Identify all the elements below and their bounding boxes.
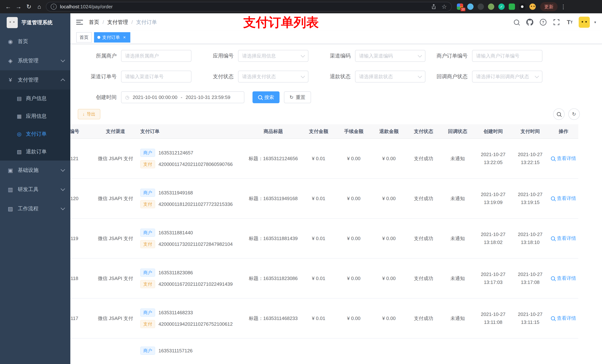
back-icon[interactable]: ← — [3, 1, 13, 12]
sidebar-item-payment[interactable]: ¥ 支付管理 — [0, 70, 70, 90]
table-header-row: 编号 支付渠道 支付订单 商品标题 支付金额 手续金额 退款金额 支付状态 回调… — [70, 124, 578, 138]
view-detail-link[interactable]: 查看详情 — [551, 315, 576, 322]
notify-status-label: 回调商户状态 — [429, 73, 472, 80]
extension-green-icon[interactable] — [488, 3, 494, 10]
home-icon[interactable]: ⌂ — [34, 1, 44, 12]
refresh-button[interactable]: ↻ — [568, 108, 580, 120]
chrome-update-button[interactable]: 更新 — [540, 2, 558, 11]
breadcrumb-home[interactable]: 首页 — [89, 19, 99, 26]
tab-pay-order[interactable]: 支付订单 × — [94, 32, 130, 42]
search-icon — [551, 316, 555, 320]
merchant-label: 所属商户 — [78, 52, 121, 59]
sidebar-item-app-info[interactable]: ▦ 应用信息 — [0, 107, 70, 125]
view-detail-link[interactable]: 查看详情 — [551, 195, 576, 202]
extension-check-icon[interactable]: ✓ — [498, 3, 505, 10]
pay-tag: 支付 — [140, 280, 155, 288]
sidebar-item-merchant-info[interactable]: ▤ 商户信息 — [0, 90, 70, 107]
refresh-icon: ↻ — [290, 94, 294, 100]
sidebar-item-workflow[interactable]: ▨ 工作流程 — [0, 199, 70, 218]
table-row-partial: 商户1635311157126 — [70, 338, 578, 364]
refund-status-select[interactable]: 请选择退款状态 — [355, 71, 425, 83]
reload-icon[interactable]: ↻ — [24, 1, 34, 12]
merchant-tag: 商户 — [140, 149, 155, 157]
app-logo[interactable]: 芋道管理系统 — [0, 13, 70, 32]
breadcrumb-pay-manage[interactable]: 支付管理 — [107, 19, 128, 26]
app-no-select[interactable]: 请选择应用信息 — [238, 50, 308, 62]
export-button[interactable]: ↓ 导出 — [78, 109, 100, 119]
search-icon — [551, 236, 555, 240]
sidebar-item-pay-order[interactable]: ◎ 支付订单 — [0, 125, 70, 143]
toggle-search-button[interactable] — [553, 108, 565, 120]
tab-home[interactable]: 首页 — [76, 32, 92, 42]
fullscreen-icon[interactable] — [552, 18, 561, 27]
payment-submenu: ▤ 商户信息 ▦ 应用信息 ◎ 支付订单 ▧ 退款订单 — [0, 90, 70, 161]
channel-order-no-input[interactable] — [121, 71, 191, 83]
site-info-icon[interactable]: i — [51, 4, 57, 10]
pay-tag: 支付 — [140, 240, 155, 248]
search-icon — [551, 156, 555, 161]
url-text: localhost:1024/pay/order — [60, 4, 113, 10]
merchant-tag: 商户 — [140, 269, 155, 277]
refresh-icon: ↻ — [572, 111, 576, 117]
channel-code-select[interactable]: 请输入渠道编码 — [355, 50, 425, 62]
profile-avatar-icon[interactable] — [529, 3, 536, 10]
share-icon[interactable] — [431, 4, 436, 9]
app-title: 芋道管理系统 — [22, 19, 53, 26]
bookmark-star-icon[interactable]: ☆ — [441, 3, 447, 10]
extension-drop-icon[interactable] — [467, 3, 473, 10]
extension-dark-icon[interactable] — [478, 3, 484, 10]
pay-tag: 支付 — [140, 160, 155, 168]
github-icon[interactable] — [525, 18, 534, 27]
forward-icon[interactable]: → — [13, 1, 24, 12]
close-icon[interactable]: × — [122, 35, 127, 40]
logo-avatar — [7, 17, 18, 28]
chevron-down-icon — [535, 74, 539, 78]
download-icon: ↓ — [83, 112, 85, 117]
extension-grid-icon[interactable]: 10 — [457, 3, 463, 10]
page-content: 所属商户 应用编号 请选择应用信息 渠道编码 请输入渠道编码 商户订单编号 — [70, 44, 602, 364]
search-icon[interactable] — [512, 18, 521, 27]
extensions-area: 10 ✓ — [457, 3, 536, 10]
table-row: 121 微信 JSAPI 支付 商户1635312124657 支付420000… — [70, 138, 578, 178]
app-no-label: 应用编号 — [195, 52, 238, 59]
clock-icon: ◷ — [125, 94, 129, 100]
merchant-input[interactable] — [121, 50, 191, 62]
merchant-tag: 商户 — [140, 189, 155, 197]
search-icon — [551, 276, 555, 281]
merchant-order-no-input[interactable] — [472, 50, 542, 62]
view-detail-link[interactable]: 查看详情 — [551, 275, 576, 281]
box-icon: ▨ — [7, 206, 13, 212]
sidebar-item-refund-order[interactable]: ▧ 退款订单 — [0, 143, 70, 161]
sidebar-item-infra[interactable]: ▣ 基础设施 — [0, 161, 70, 180]
extension-pin-icon[interactable] — [519, 3, 525, 10]
browser-menu-icon[interactable]: ⋮ — [560, 3, 566, 10]
search-button[interactable]: 搜索 — [252, 91, 280, 103]
date-separator: - — [181, 94, 182, 100]
sidebar: 芋道管理系统 ◉ 首页 ◈ 系统管理 ¥ 支付管理 ▤ 商户信息 — [0, 13, 70, 364]
chevron-down-icon — [61, 206, 65, 210]
notify-status-select[interactable]: 请选择订单回调商户状态 — [472, 71, 542, 83]
pay-status-select[interactable]: 请选择支付状态 — [238, 71, 308, 83]
search-icon — [258, 95, 262, 99]
refund-status-label: 退款状态 — [312, 73, 355, 80]
reset-button[interactable]: ↻ 重置 — [284, 91, 311, 103]
chevron-down-icon — [61, 187, 65, 191]
breadcrumb-current: 支付订单 — [136, 19, 157, 26]
sidebar-item-system[interactable]: ◈ 系统管理 — [0, 51, 70, 70]
view-detail-link[interactable]: 查看详情 — [551, 235, 576, 241]
extension-square-icon[interactable] — [509, 3, 515, 10]
avatar-caret-icon[interactable]: ▾ — [594, 20, 596, 24]
chevron-down-icon — [418, 74, 422, 78]
hamburger-icon[interactable] — [76, 20, 83, 25]
merchant-order-no-label: 商户订单编号 — [429, 52, 472, 59]
date-range-input[interactable]: ◷ 2021-10-01 00:00:00 - 2021-10-31 23:59… — [121, 91, 244, 103]
address-bar[interactable]: i localhost:1024/pay/order ☆ — [46, 2, 452, 11]
help-icon[interactable]: ? — [539, 18, 548, 27]
sidebar-item-home[interactable]: ◉ 首页 — [0, 32, 70, 51]
chevron-down-icon — [301, 74, 305, 78]
font-size-icon[interactable]: TT — [565, 18, 574, 27]
user-avatar[interactable] — [579, 17, 590, 28]
view-detail-link[interactable]: 查看详情 — [551, 155, 576, 162]
sidebar-item-devtool[interactable]: ▥ 研发工具 — [0, 180, 70, 199]
merchant-tag: 商户 — [140, 347, 155, 355]
